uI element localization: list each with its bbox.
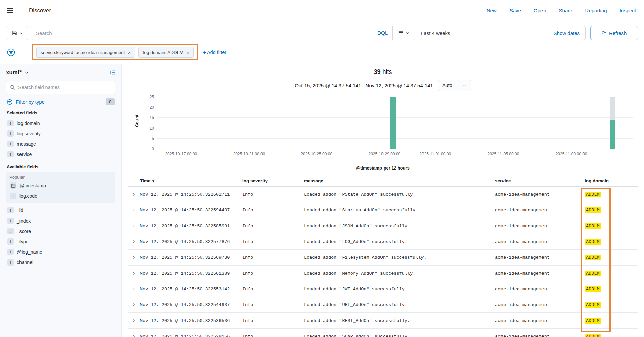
histogram-bar[interactable] xyxy=(390,97,396,149)
header-action-share[interactable]: Share xyxy=(559,8,572,13)
column-header-service[interactable]: service xyxy=(495,178,585,183)
selected-fields-list: tlog.domaintlog.severitytmessagetservice xyxy=(6,118,115,159)
chevron-right-icon xyxy=(132,255,136,259)
expand-row-button[interactable] xyxy=(132,192,136,196)
expand-row-button[interactable] xyxy=(132,240,136,244)
filter-pill[interactable]: log.domain: ADDLM× xyxy=(138,47,194,58)
cell-message: Loaded addon "REST_AddOn" successfully. xyxy=(304,318,495,323)
field-item[interactable]: t_type xyxy=(6,236,115,247)
cell-log-domain: ADDLM xyxy=(585,192,638,197)
show-dates-button[interactable]: Show dates xyxy=(554,30,585,36)
cell-message: Loaded addon "Startup_AddOn" successfull… xyxy=(304,208,495,213)
expand-row-button[interactable] xyxy=(132,255,136,259)
highlighted-domain-value: ADDLM xyxy=(585,334,601,337)
column-header-log-domain[interactable]: log.domain xyxy=(585,178,638,183)
collapse-sidebar-icon xyxy=(109,69,115,76)
histogram-bar[interactable] xyxy=(610,120,615,149)
text-field-icon: t xyxy=(7,218,14,224)
field-item[interactable]: #_score xyxy=(6,226,115,236)
field-name: @timestamp xyxy=(19,183,46,188)
add-filter-button[interactable]: + Add filter xyxy=(203,50,226,55)
text-field-icon: t xyxy=(7,207,14,213)
hits-number: 39 xyxy=(374,68,380,75)
popular-fields-block: Popular @timestamptlog.code xyxy=(6,172,115,203)
expand-row-button[interactable] xyxy=(132,334,136,337)
fields-sidebar: xuml* Filter by type 0 Selected fields xyxy=(0,64,122,337)
field-name: service xyxy=(17,152,32,157)
table-row: Nov 12, 2025 @ 14:25:50.322561389InfoLoa… xyxy=(128,266,638,281)
cell-service: acme-idea-management xyxy=(495,192,585,197)
remove-filter-icon[interactable]: × xyxy=(128,50,131,55)
field-item[interactable]: t_id xyxy=(6,205,115,215)
field-item[interactable]: tchannel xyxy=(6,257,115,268)
expand-row-button[interactable] xyxy=(132,303,136,307)
cell-time: Nov 12, 2025 @ 14:25:50.322594407 xyxy=(140,208,242,213)
save-query-button[interactable] xyxy=(6,26,28,40)
expand-row-button[interactable] xyxy=(132,208,136,212)
menu-button[interactable] xyxy=(0,0,21,21)
expand-cell xyxy=(128,255,140,259)
cell-log-domain: ADDLM xyxy=(585,334,638,337)
field-name: log.code xyxy=(19,193,37,199)
column-header-time[interactable]: Time▾ xyxy=(140,178,242,183)
chevron-down-icon xyxy=(25,70,29,75)
field-item[interactable]: t@log_name xyxy=(6,247,115,257)
highlighted-domain-value: ADDLM xyxy=(585,318,601,324)
column-header-message[interactable]: message xyxy=(304,178,495,183)
query-language-button[interactable]: DQL xyxy=(374,30,388,36)
header-actions: NewSaveOpenShareReportingInspect xyxy=(487,8,644,13)
field-item[interactable]: @timestamp xyxy=(9,180,113,191)
sort-desc-icon: ▾ xyxy=(152,179,154,183)
hits-label: hits xyxy=(383,68,392,75)
expand-row-button[interactable] xyxy=(132,271,136,275)
hits-count: 39 hits xyxy=(128,68,638,76)
collapse-sidebar-button[interactable] xyxy=(109,69,115,76)
table-header-row: Time▾log.severitymessageservicelog.domai… xyxy=(128,175,638,187)
chevron-down-icon xyxy=(406,31,409,35)
chevron-right-icon xyxy=(132,303,136,307)
interval-select[interactable]: Auto xyxy=(438,80,471,91)
header-action-open[interactable]: Open xyxy=(534,8,546,13)
x-axis-tick-label: 2025-10-29 00:00 xyxy=(369,152,401,156)
filter-by-type-count-badge: 0 xyxy=(106,98,115,105)
search-unit: DQL Last 4 weeks Show dates xyxy=(31,26,586,40)
cell-time: Nov 12, 2025 @ 14:25:50.322569730 xyxy=(140,255,242,260)
header-action-save[interactable]: Save xyxy=(510,8,521,13)
header-action-inspect[interactable]: Inspect xyxy=(620,8,636,13)
date-range-value[interactable]: Last 4 weeks xyxy=(415,30,554,36)
y-axis-tick-label: 20 xyxy=(150,105,154,110)
expand-row-button[interactable] xyxy=(132,319,136,323)
field-item[interactable]: tlog.code xyxy=(9,191,113,201)
search-box: DQL xyxy=(31,26,393,40)
field-item[interactable]: tmessage xyxy=(6,139,115,149)
expand-cell xyxy=(128,271,140,275)
refresh-button[interactable]: ⟳ Refresh xyxy=(590,26,638,40)
index-pattern-selector[interactable]: xuml* xyxy=(6,69,29,76)
field-item[interactable]: tlog.severity xyxy=(6,128,115,139)
x-axis-tick-label: 2025-11-05 00:00 xyxy=(487,152,519,156)
cell-message: Loaded addon "SOAP_AddOn" successfully. xyxy=(304,334,495,337)
expand-row-button[interactable] xyxy=(132,287,136,291)
calendar-icon xyxy=(10,182,16,189)
column-header-log-severity[interactable]: log.severity xyxy=(242,178,304,183)
expand-row-button[interactable] xyxy=(132,224,136,228)
filter-set-menu-button[interactable] xyxy=(6,47,16,57)
header-action-new[interactable]: New xyxy=(487,8,497,13)
field-item[interactable]: t_index xyxy=(6,215,115,226)
header-action-reporting[interactable]: Reporting xyxy=(585,8,607,13)
filter-pill[interactable]: service.keyword: acme-idea-management× xyxy=(36,47,135,58)
x-axis-tick-label: 2025-10-25 00:00 xyxy=(300,152,332,156)
field-item[interactable]: tservice xyxy=(6,149,115,159)
available-fields-list: t_idt_index#_scoret_typet@log_nametchann… xyxy=(6,205,115,268)
time-range-text: Oct 15, 2025 @ 14:37:54.141 - Nov 12, 20… xyxy=(295,83,433,88)
date-quick-select-button[interactable] xyxy=(393,26,415,40)
filter-by-type-button[interactable]: Filter by type xyxy=(16,99,45,105)
field-item[interactable]: tlog.domain xyxy=(6,118,115,128)
field-name: message xyxy=(17,141,36,147)
table-row: Nov 12, 2025 @ 14:25:50.322594407InfoLoa… xyxy=(128,202,638,218)
field-search-input[interactable] xyxy=(18,85,111,90)
remove-filter-icon[interactable]: × xyxy=(186,50,189,55)
field-name: log.severity xyxy=(17,131,41,136)
table-row: Nov 12, 2025 @ 14:25:50.322536536InfoLoa… xyxy=(128,313,638,329)
search-input[interactable] xyxy=(36,30,374,36)
